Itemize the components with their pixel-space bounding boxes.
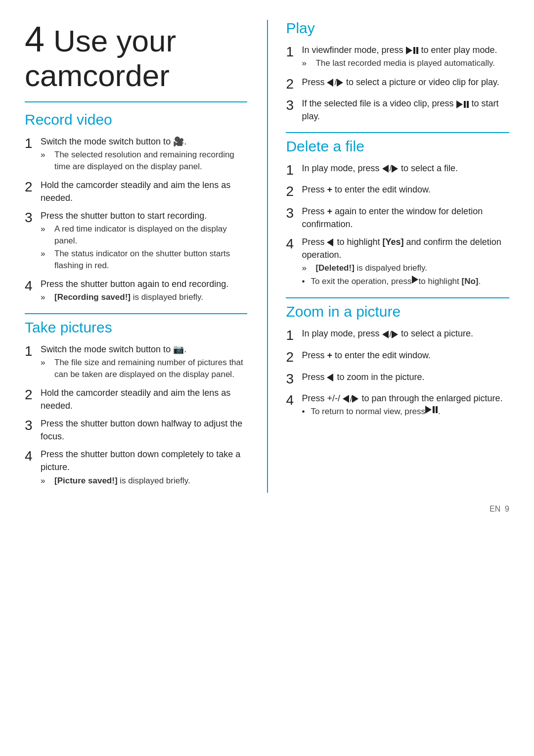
play-steps: 1 In viewfinder mode, press to enter pla… [286, 44, 509, 123]
right-arrow-icon [412, 276, 418, 284]
step-text: Press the shutter button to start record… [41, 211, 207, 221]
left-arrow-icon [327, 238, 333, 246]
step-text: Hold the camcorder steadily and aim the … [41, 388, 230, 411]
step-text: Switch the mode switch button to [41, 344, 173, 354]
sub-list: » The selected resolution and remaining … [41, 149, 247, 173]
sub-text: To exit the operation, press [311, 276, 411, 287]
sub-marker: » [41, 475, 54, 487]
sub-marker: » [41, 223, 54, 236]
right-column: Play 1 In viewfinder mode, press to ente… [267, 20, 509, 493]
step-text: Press [302, 237, 327, 247]
left-right-icon: / [382, 163, 399, 174]
sub-marker: » [41, 248, 54, 260]
pause-bar-icon [464, 101, 466, 108]
play-triangle-icon [425, 406, 432, 414]
sub-text: is displayed briefly. [131, 291, 203, 303]
sub-text: A red time indicator is displayed on the… [54, 223, 247, 247]
bullet-marker: • [302, 406, 311, 418]
pause-bar-icon [433, 406, 435, 413]
step-text: Press [302, 372, 327, 382]
sub-item: • To exit the operation, press to highli… [302, 276, 509, 288]
left-right-icon: / [382, 329, 399, 340]
take-pictures-divider [25, 313, 247, 314]
step-number: 1 [286, 44, 302, 60]
step-text: Switch the mode switch button to [41, 137, 173, 146]
left-arrow-icon [382, 331, 389, 338]
pause-bar-icon [416, 47, 418, 54]
step-content: In play mode, press / to select a file. [302, 162, 509, 175]
delete-file-steps: 1 In play mode, press / to select a file… [286, 162, 509, 289]
step-text: . [184, 344, 186, 354]
sub-marker: » [41, 357, 54, 369]
sub-marker: » [41, 149, 54, 161]
record-video-title: Record video [25, 111, 247, 128]
footer-page: 9 [505, 505, 509, 514]
take-pictures-steps: 1 Switch the mode switch button to . » T… [25, 343, 247, 488]
footer: EN 9 [25, 505, 509, 514]
step-text: In play mode, press [302, 163, 382, 173]
step-item: 3 Press to zoom in the picture. [286, 371, 509, 387]
sub-text: The file size and remaining number of pi… [54, 357, 247, 380]
step-item: 4 Press to highlight [Yes] and confirm t… [286, 236, 509, 288]
camera-icon [173, 344, 184, 354]
chapter-number: 4 [25, 19, 44, 59]
step-item: 2 Press / to select a picture or video c… [286, 76, 509, 93]
left-column: 4Use yourcamcorder Record video 1 Switch… [25, 20, 247, 493]
left-arrow-icon [382, 165, 389, 173]
step-item: 1 In viewfinder mode, press to enter pla… [286, 44, 509, 71]
step-item: 1 Switch the mode switch button to . » T… [25, 135, 247, 174]
step-number: 2 [286, 349, 302, 366]
sub-marker: » [302, 57, 315, 70]
sub-text: is dispalyed briefly. [355, 262, 427, 274]
step-text: to pan through the enlarged picture. [361, 393, 502, 403]
step-item: 3 If the selected file is a video clip, … [286, 97, 509, 123]
step-text: Press the shutter button down halfway to… [41, 419, 242, 441]
step-text: Press + to enter the edit window. [302, 350, 431, 360]
bullet-marker: • [302, 276, 311, 288]
right-arrow-icon [337, 79, 343, 87]
left-arrow-icon [327, 238, 334, 246]
step-text: . [184, 137, 186, 146]
step-item: 3 Press + again to enter the window for … [286, 205, 509, 231]
step-item: 3 Press the shutter button down halfway … [25, 417, 247, 443]
step-content: If the selected file is a video clip, pr… [302, 97, 509, 123]
step-number: 3 [286, 97, 302, 114]
step-number: 4 [286, 236, 302, 252]
step-number: 4 [25, 448, 41, 465]
step-content: Press the shutter button down halfway to… [41, 417, 247, 443]
step-item: 4 Press the shutter button again to end … [25, 278, 247, 305]
delete-file-title: Delete a file [286, 138, 509, 155]
sub-item: » [Picture saved!] is displayed briefly. [41, 475, 247, 487]
sub-item: » The status indicator on the shutter bu… [41, 248, 247, 272]
sub-text: to highlight [No]. [419, 276, 481, 287]
sub-item: • To return to normal view, press . [302, 406, 509, 418]
chapter-title: 4Use yourcamcorder [25, 20, 247, 93]
step-item: 2 Hold the camcorder steadily and aim th… [25, 179, 247, 204]
sub-text-bold: [Deleted!] [315, 262, 354, 274]
step-content: Press the shutter button down completely… [41, 448, 247, 488]
step-number: 2 [25, 179, 41, 195]
sub-text-bold: [Picture saved!] [54, 475, 118, 487]
left-right-icon: / [343, 393, 359, 405]
step-item: 2 Press + to enter the edit window. [286, 183, 509, 200]
sub-text: The last recorded media is played automa… [315, 57, 495, 69]
take-pictures-title: Take pictures [25, 319, 247, 336]
zoom-picture-divider [286, 297, 509, 298]
play-pause-icon [425, 406, 438, 414]
right-arrow-icon [392, 331, 398, 338]
step-number: 3 [286, 371, 302, 387]
step-number: 3 [286, 205, 302, 222]
left-arrow-icon [343, 395, 349, 403]
left-right-icon: / [327, 77, 343, 88]
play-triangle-icon [456, 100, 463, 108]
step-item: 2 Press + to enter the edit window. [286, 349, 509, 366]
left-arrow-icon [327, 374, 333, 381]
step-text: In viewfinder mode, press [302, 45, 405, 55]
step-number: 4 [25, 278, 41, 294]
sub-list: » The file size and remaining number of … [41, 357, 247, 380]
step-item: 2 Hold the camcorder steadily and aim th… [25, 386, 247, 412]
step-content: Press +/-/ / to pan through the enlarged… [302, 392, 509, 419]
sub-item: » [Deleted!] is dispalyed briefly. [302, 262, 509, 275]
right-arrow-icon [352, 395, 358, 403]
step-text: Press the shutter button down completely… [41, 449, 240, 472]
